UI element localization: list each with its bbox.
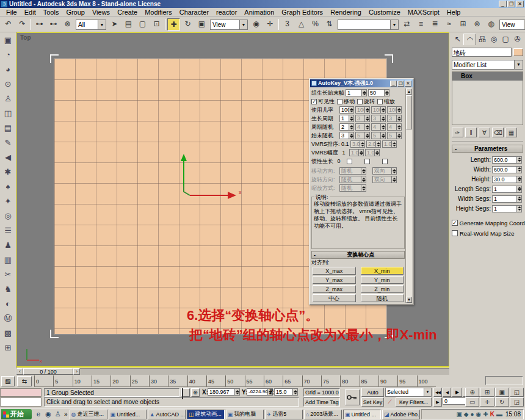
show-end-result-button[interactable]: ‖ xyxy=(465,128,477,137)
inertia-checkbox[interactable] xyxy=(382,159,389,164)
value-spinner[interactable]: 3 xyxy=(387,115,402,122)
parameter-spinner[interactable]: 600.0 xyxy=(492,166,522,173)
selection-filter-dropdown[interactable]: All▼ xyxy=(76,20,106,30)
select-and-link-icon[interactable]: ⊶ xyxy=(33,18,46,31)
dialog-minimize-button[interactable]: _ xyxy=(390,81,397,87)
menu-item[interactable]: Animation xyxy=(241,9,278,16)
tray-icon-volume[interactable]: ▬ xyxy=(496,411,502,418)
parameter-spinner[interactable]: 1 xyxy=(492,205,522,212)
parameter-checkbox[interactable]: ✓ Generate Mapping Coords. xyxy=(452,219,523,227)
maximize-viewport-icon[interactable]: ◲ xyxy=(510,397,524,407)
checkbox-icon[interactable]: ✓ xyxy=(452,220,458,226)
zoom-icon[interactable]: ⊕ xyxy=(465,388,479,397)
select-and-rotate-icon[interactable]: ↻ xyxy=(181,18,194,31)
value-spinner[interactable]: 5 xyxy=(355,132,370,139)
tray-icon-1[interactable]: ▣ xyxy=(456,411,462,418)
percent-snap-icon[interactable]: % xyxy=(309,18,322,31)
move-direction-dropdown[interactable]: 随机 xyxy=(339,167,366,175)
value-spinner[interactable]: 100 xyxy=(339,106,354,114)
unlink-selection-icon[interactable]: ⊷ xyxy=(47,18,60,31)
z-coordinate-spinner[interactable]: 15.0 xyxy=(274,388,298,396)
pin-stack-button[interactable]: ✑ xyxy=(452,128,463,137)
pivot-align-button[interactable]: X_min xyxy=(361,267,404,275)
render-scene-icon[interactable]: ◍ xyxy=(485,18,498,31)
task-button[interactable]: ◪ Adobe Pho... xyxy=(382,410,420,419)
arc-rotate-icon[interactable]: ↻ xyxy=(495,397,509,407)
material-m-icon[interactable]: Ⓜ xyxy=(1,312,15,326)
zoom-extents-icon[interactable]: ▣ xyxy=(495,388,509,397)
spinner-snap-icon[interactable]: ⇅ xyxy=(323,18,336,31)
track-range-field[interactable] xyxy=(485,376,523,385)
value-spinner[interactable]: 1 xyxy=(339,115,354,122)
skeleton-icon[interactable]: ♞ xyxy=(1,283,15,297)
menu-item[interactable]: Graph Editors xyxy=(278,9,327,16)
tray-icon-2[interactable]: ◆ xyxy=(464,411,469,418)
menu-item[interactable]: Edit xyxy=(21,9,40,16)
named-selection-sets-field[interactable]: ▼ xyxy=(338,20,399,30)
autokey-script-dialog[interactable]: AutoKey_V本.强强1.0 _ ❐ ✕ 组生长始末帧 1 50 ✓可见性移… xyxy=(309,78,414,305)
task-button[interactable]: ▣ Untitled ... xyxy=(343,410,381,419)
bind-to-space-warp-icon[interactable]: ⊗ xyxy=(61,18,74,31)
curve-editor-icon[interactable]: ≈ xyxy=(443,18,455,31)
tab-display[interactable]: ▢ xyxy=(500,34,512,45)
layer-manager-icon[interactable]: ≣ xyxy=(429,18,441,31)
redo-icon[interactable]: ↷ xyxy=(16,18,29,31)
task-button[interactable]: ◫ 建筑动画... xyxy=(187,410,225,419)
sort-spinner[interactable]: 2.0 xyxy=(366,140,381,148)
play-button[interactable]: ▶ xyxy=(452,388,462,397)
rect-selection-region-icon[interactable]: ▢ xyxy=(136,18,149,31)
gear-icon[interactable]: ✱ xyxy=(1,165,15,179)
add-time-tag-field[interactable]: Add Time Tag xyxy=(303,397,340,407)
scale-mode-dropdown[interactable]: 随机 xyxy=(339,184,366,192)
reference-coordinate-dropdown[interactable]: View▼ xyxy=(210,20,248,30)
value-spinner[interactable]: 100 xyxy=(387,106,402,114)
parameter-spinner[interactable]: 1 xyxy=(492,195,522,203)
value-spinner[interactable]: 5 xyxy=(371,132,386,139)
teapot-icon[interactable]: ◔ xyxy=(1,48,15,62)
menu-item[interactable]: Views xyxy=(89,9,114,16)
tab-hierarchy[interactable]: 品 xyxy=(476,34,488,45)
previous-frame-button[interactable]: ◀ xyxy=(443,388,451,397)
menu-item[interactable]: File xyxy=(2,9,21,16)
light-icon[interactable]: ⊙ xyxy=(1,78,15,92)
minimize-button[interactable]: _ xyxy=(499,1,507,7)
tab-utilities[interactable]: ✇ xyxy=(512,34,523,45)
tray-icon-5[interactable]: ✚ xyxy=(483,411,488,418)
task-button[interactable]: ▲ AutoCAD ... xyxy=(148,410,186,419)
pivot-rollout-header[interactable]: - 变换轴心点 xyxy=(311,251,405,259)
dropdown-arrow-icon[interactable]: ▼ xyxy=(424,388,431,396)
dropdown-arrow-icon[interactable]: ▼ xyxy=(239,20,247,29)
select-object-icon[interactable]: ➤ xyxy=(108,18,121,31)
bones-icon[interactable]: ♟ xyxy=(1,239,15,253)
render-type-dropdown[interactable]: View▼ xyxy=(499,20,525,30)
undo-icon[interactable]: ↶ xyxy=(2,18,15,31)
menu-item[interactable]: reactor xyxy=(212,9,241,16)
maximize-button[interactable]: ❐ xyxy=(507,1,515,7)
plant-icon[interactable]: ♠ xyxy=(1,180,15,194)
palette-icon[interactable]: ◐ xyxy=(1,297,15,311)
amp-spinner[interactable]: 1.0 xyxy=(349,149,364,156)
menu-item[interactable]: Modifiers xyxy=(141,9,176,16)
character-icon[interactable]: ♙ xyxy=(1,92,15,106)
time-slider-track[interactable] xyxy=(80,368,449,375)
move-gizmo[interactable]: x xyxy=(173,154,246,205)
task-button[interactable]: ✈ 迅雷5 xyxy=(265,410,303,419)
media-player-icon[interactable]: ◉ xyxy=(43,410,53,418)
selection-lock-icon[interactable] xyxy=(181,388,190,397)
task-button[interactable]: ◍ 走近三维... xyxy=(70,410,107,419)
track-bar-ruler[interactable]: 0510152025303540455055606570758085909510… xyxy=(34,375,436,387)
make-unique-button[interactable]: ∀ xyxy=(479,128,490,137)
parameters-rollout-header[interactable]: - Parameters xyxy=(452,145,523,153)
sort-spinner[interactable]: 1.0 xyxy=(382,140,397,148)
dropdown-arrow-icon[interactable]: ▼ xyxy=(514,60,523,69)
track-bar-filter-button[interactable]: ⇆ xyxy=(17,376,32,386)
start-frame-spinner[interactable]: 1 xyxy=(346,89,367,96)
scroll-down-icon[interactable]: ▼ xyxy=(406,297,412,303)
object-color-swatch[interactable] xyxy=(513,48,523,56)
value-spinner[interactable]: 4 xyxy=(355,123,370,131)
time-slider-next-icon[interactable]: › xyxy=(73,368,80,375)
menu-item[interactable]: Rendering xyxy=(327,9,365,16)
select-by-name-icon[interactable]: ▤ xyxy=(122,18,135,31)
vmrs-checkbox[interactable]: 缩放 xyxy=(377,98,395,106)
camera-icon[interactable]: ◫ xyxy=(1,107,15,121)
